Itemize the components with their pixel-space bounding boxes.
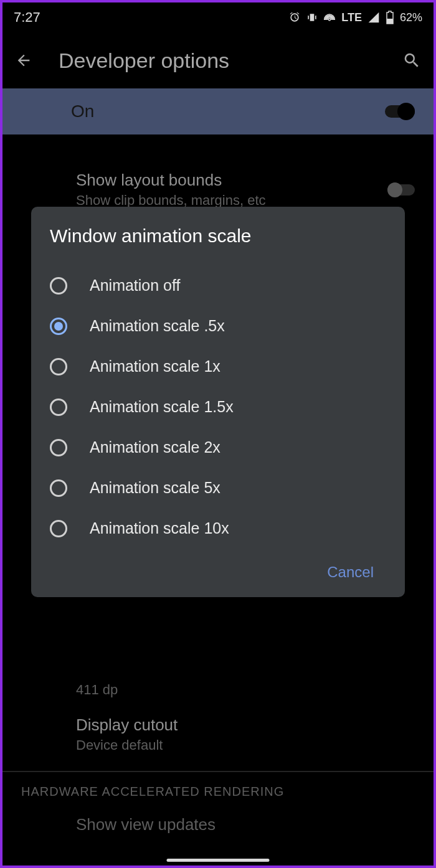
radio-option[interactable]: Animation scale 1x [46,346,390,387]
radio-label: Animation scale 1x [90,357,220,375]
radio-option[interactable]: Animation scale 10x [46,508,390,549]
radio-option[interactable]: Animation scale .5x [46,306,390,346]
radio-label: Animation scale 1.5x [90,398,234,416]
dialog-title: Window animation scale [46,225,390,247]
radio-unselected-icon [50,399,67,416]
radio-option[interactable]: Animation off [46,265,390,306]
cancel-button[interactable]: Cancel [327,564,374,581]
screen: 7:27 LTE 62% Developer options On [2,2,434,866]
radio-option[interactable]: Animation scale 5x [46,468,390,508]
radio-option[interactable]: Animation scale 1.5x [46,387,390,427]
radio-unselected-icon [50,520,67,537]
radio-unselected-icon [50,439,67,456]
radio-label: Animation off [90,276,180,295]
radio-label: Animation scale 2x [90,438,220,456]
radio-selected-icon [50,318,67,335]
radio-option[interactable]: Animation scale 2x [46,427,390,468]
window-animation-scale-dialog: Window animation scale Animation offAnim… [31,207,405,597]
radio-unselected-icon [50,479,67,497]
radio-label: Animation scale 5x [90,479,220,497]
radio-label: Animation scale .5x [90,317,225,335]
radio-unselected-icon [50,358,67,375]
radio-unselected-icon [50,277,67,295]
radio-label: Animation scale 10x [90,519,229,537]
